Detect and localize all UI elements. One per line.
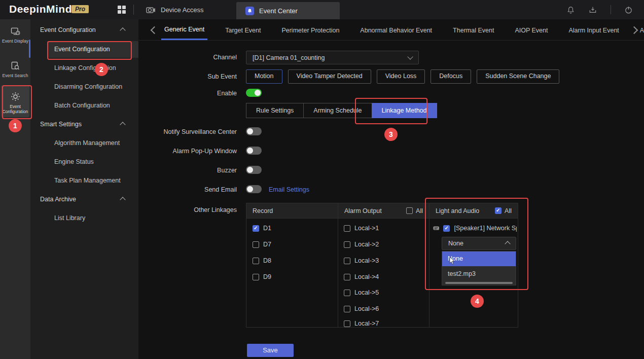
alarm-output-all-checkbox[interactable]: [406, 207, 413, 214]
dropdown-scrollbar[interactable]: [445, 282, 513, 284]
notify-surveillance-center-toggle[interactable]: [246, 127, 262, 135]
side-rail: Event Display Event Search Event Configu…: [0, 19, 30, 359]
checkbox[interactable]: [344, 290, 350, 296]
speaker-icon: [433, 226, 439, 231]
tab-linkage-method[interactable]: Linkage Method: [372, 103, 437, 118]
chevron-up-icon: [120, 122, 125, 127]
linkage-table: Record Alarm Output All Light and Audio …: [246, 203, 518, 328]
checkbox[interactable]: [443, 225, 450, 232]
sub-event-defocus-button[interactable]: Defocus: [431, 69, 471, 84]
tab-perimeter-protection[interactable]: Perimeter Protection: [278, 20, 342, 40]
export-download-icon[interactable]: [588, 6, 597, 14]
alarm-output-row-4[interactable]: Local->4: [344, 272, 379, 281]
checkbox[interactable]: [344, 274, 350, 280]
alarm-output-row-5[interactable]: Local->5: [344, 288, 379, 297]
record-row-label: D8: [263, 257, 271, 264]
nav-item-algorithm-management[interactable]: Algorithm Management: [54, 139, 135, 147]
app-grid-icon[interactable]: [118, 6, 126, 14]
record-row-d8[interactable]: D8: [253, 256, 271, 265]
event-tab-strip: Generic Event Target Event Perimeter Pro…: [138, 19, 644, 41]
sub-event-video-loss-button[interactable]: Video Loss: [377, 69, 425, 84]
nav-item-disarming-configuration[interactable]: Disarming Configuration: [54, 83, 135, 90]
enable-toggle[interactable]: [246, 89, 262, 97]
nav-item-task-plan-management[interactable]: Task Plan Management: [54, 177, 135, 184]
light-audio-column-header: Light and Audio All: [430, 203, 518, 219]
mode-tabs: Rule Settings Arming Schedule Linkage Me…: [246, 103, 437, 118]
email-settings-link[interactable]: Email Settings: [269, 186, 309, 193]
alarm-output-row-6[interactable]: Local->6: [344, 304, 379, 313]
chevron-up-icon: [120, 197, 125, 202]
save-button[interactable]: Save: [247, 344, 294, 357]
audio-option-test2[interactable]: test2.mp3: [442, 267, 516, 281]
send-email-toggle[interactable]: [246, 185, 262, 193]
checkbox[interactable]: [253, 225, 259, 232]
tab-rule-settings[interactable]: Rule Settings: [246, 103, 304, 118]
nav-item-event-configuration[interactable]: Event Configuration: [54, 46, 135, 53]
nav-item-linkage-configuration[interactable]: Linkage Configuration: [54, 64, 135, 71]
nav-item-batch-configuration[interactable]: Batch Configuration: [54, 102, 135, 109]
sub-event-video-tamper-button[interactable]: Video Tamper Detected: [288, 69, 371, 84]
sidebar-item-event-configuration[interactable]: Event Configuration: [0, 91, 30, 114]
tab-event-center-label: Event Center: [259, 7, 298, 15]
audio-file-dropdown: None test2.mp3: [442, 251, 516, 285]
chevron-up-icon: [120, 27, 125, 33]
tab-event-center[interactable]: Event Center: [236, 2, 340, 19]
nav-group-label: Smart Settings: [40, 121, 82, 128]
sub-event-buttons: Motion Video Tamper Detected Video Loss …: [246, 69, 559, 84]
alarm-popup-window-toggle[interactable]: [246, 147, 262, 155]
checkbox[interactable]: [344, 225, 350, 232]
speaker-row[interactable]: [Speaker1] Network Sp...: [433, 224, 517, 233]
sub-event-sudden-scene-change-button[interactable]: Sudden Scene Change: [477, 69, 559, 84]
audio-file-select[interactable]: None: [442, 237, 516, 250]
tab-alarm-input-event[interactable]: Alarm Input Event: [565, 20, 622, 40]
sub-event-motion-button[interactable]: Motion: [246, 69, 282, 84]
sidebar-item-label: Event Search: [2, 73, 28, 78]
light-audio-all-checkbox[interactable]: [495, 207, 502, 214]
tab-device-access[interactable]: Device Access: [137, 0, 213, 19]
event-search-icon: [10, 61, 20, 71]
checkbox[interactable]: [344, 258, 350, 264]
channel-label: Channel: [146, 54, 237, 61]
alarm-output-header-label: Alarm Output: [344, 207, 382, 214]
checkbox[interactable]: [253, 258, 259, 264]
tab-generic-event[interactable]: Generic Event: [161, 19, 207, 40]
sidebar-item-event-display[interactable]: Event Display: [0, 26, 30, 44]
event-center-icon: [245, 7, 254, 15]
notification-bell-icon[interactable]: [566, 6, 575, 14]
tab-thermal-event[interactable]: Thermal Event: [450, 20, 497, 40]
column-divider: [429, 203, 430, 327]
nav-group-data-archive[interactable]: Data Archive: [40, 196, 129, 203]
nav-group-event-configuration[interactable]: Event Configuration: [40, 26, 129, 33]
power-icon[interactable]: [624, 6, 633, 14]
checkbox[interactable]: [253, 274, 259, 280]
top-bar: DeepinMind Pro Device Access Event Cente…: [0, 0, 644, 19]
buzzer-toggle[interactable]: [246, 166, 262, 174]
tab-scroll-left-icon[interactable]: [151, 26, 159, 34]
tab-target-event[interactable]: Target Event: [222, 20, 264, 40]
chevron-up-icon: [505, 241, 510, 246]
audio-file-select-value: None: [448, 240, 463, 247]
pro-badge: Pro: [71, 5, 89, 13]
tab-abnormal-behavior-event[interactable]: Abnormal Behavior Event: [357, 20, 435, 40]
tab-arming-schedule[interactable]: Arming Schedule: [303, 103, 372, 118]
checkbox[interactable]: [344, 320, 350, 327]
alarm-output-row-label: Local->4: [354, 273, 379, 280]
nav-item-engine-status[interactable]: Engine Status: [54, 158, 135, 165]
alarm-output-row-3[interactable]: Local->3: [344, 256, 379, 265]
nav-item-list-library[interactable]: List Library: [54, 214, 135, 222]
record-row-d9[interactable]: D9: [253, 272, 271, 281]
alarm-output-row-1[interactable]: Local->1: [344, 224, 379, 233]
checkbox[interactable]: [344, 241, 350, 248]
sidebar-item-event-search[interactable]: Event Search: [0, 61, 30, 78]
channel-select[interactable]: [D1] Camera 01_counting: [246, 51, 419, 64]
nav-group-smart-settings[interactable]: Smart Settings: [40, 121, 129, 128]
checkbox[interactable]: [253, 241, 259, 248]
record-row-d7[interactable]: D7: [253, 240, 271, 249]
checkbox[interactable]: [344, 306, 350, 312]
alarm-output-row-7[interactable]: Local->7: [344, 319, 379, 328]
tab-aiop-event[interactable]: AIOP Event: [512, 20, 551, 40]
alarm-output-row-2[interactable]: Local->2: [344, 240, 379, 249]
all-label: All: [505, 207, 512, 214]
record-row-d1[interactable]: D1: [253, 224, 271, 233]
enable-label: Enable: [146, 90, 237, 97]
